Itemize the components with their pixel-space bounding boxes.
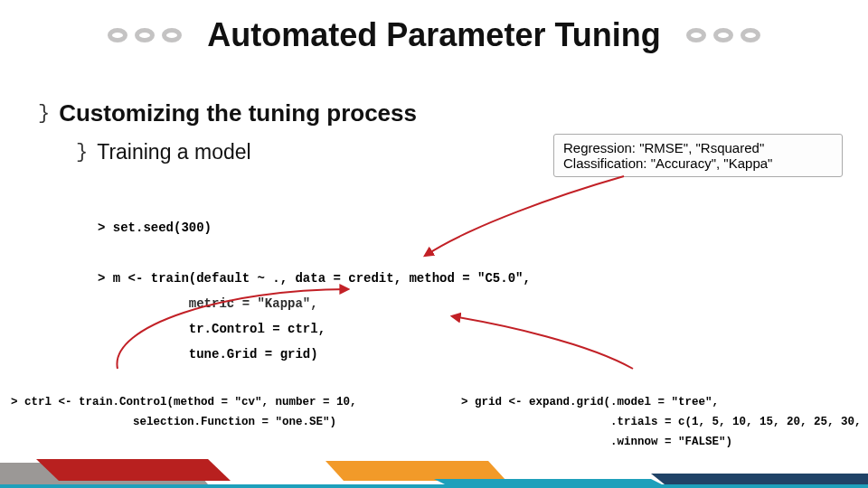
footer-seg-orange: [326, 461, 506, 481]
code-line: selection.Function = "one.SE"): [11, 416, 336, 428]
footer-color-band: [0, 454, 868, 488]
ring-icon: [741, 28, 760, 42]
code-line: metric = "Kappa",: [98, 296, 318, 311]
bullet-main-text: Customizing the tuning process: [59, 99, 417, 127]
code-line: .winnow = "FALSE"): [461, 436, 732, 448]
code-main-block: > set.seed(300) > m <- train(default ~ .…: [98, 190, 531, 367]
ring-icon: [108, 28, 127, 42]
title-row: Automated Parameter Tuning: [0, 0, 868, 54]
ring-icon: [162, 28, 182, 42]
code-line: > ctrl <- train.Control(method = "cv", n…: [11, 396, 357, 408]
code-line: tr.Control = ctrl,: [98, 322, 326, 336]
code-line: tune.Grid = grid): [98, 347, 318, 361]
bullet-main: } Customizing the tuning process: [38, 99, 848, 127]
decorative-rings-right: [686, 28, 760, 42]
code-line: > grid <- expand.grid(.model = "tree",: [461, 396, 719, 408]
ring-icon: [686, 28, 706, 42]
code-line: > set.seed(300): [98, 221, 212, 235]
metric-note-box: Regression: "RMSE", "Rsquared" Classific…: [553, 134, 843, 177]
decorative-rings-left: [108, 28, 182, 42]
bullet-sub-text: Training a model: [97, 140, 250, 164]
bullet-brace-icon: }: [38, 102, 50, 125]
code-line: .trials = c(1, 5, 10, 15, 20, 25, 30, 35…: [461, 416, 868, 428]
footer-baseline: [0, 484, 868, 488]
ring-icon: [135, 28, 155, 42]
code-ctrl-block: > ctrl <- train.Control(method = "cv", n…: [11, 372, 357, 432]
ring-icon: [713, 28, 733, 42]
note-line-regression: Regression: "RMSE", "Rsquared": [563, 140, 833, 155]
note-line-classification: Classification: "Accuracy", "Kappa": [563, 155, 833, 171]
slide-title: Automated Parameter Tuning: [207, 16, 660, 54]
footer-seg-red: [36, 459, 231, 481]
code-line: > m <- train(default ~ ., data = credit,…: [98, 271, 531, 286]
bullet-brace-icon: }: [76, 141, 88, 164]
code-grid-block: > grid <- expand.grid(.model = "tree", .…: [461, 372, 868, 452]
